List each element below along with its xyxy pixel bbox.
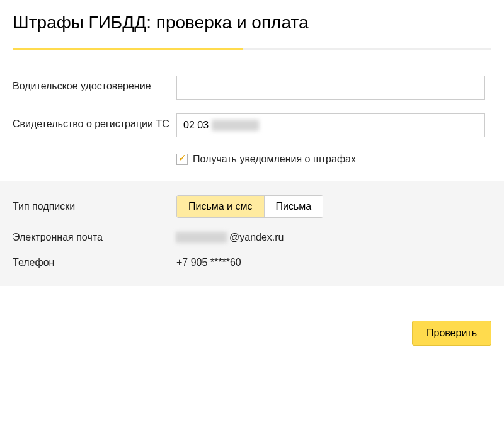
subscription-type-label: Тип подписки (13, 201, 176, 212)
registration-value-visible: 02 03 (183, 120, 209, 131)
subscription-toggle-group: Письма и смс Письма (176, 195, 323, 218)
notify-checkbox-row: ✓ Получать уведомления о штрафах (176, 154, 491, 165)
submit-button[interactable]: Проверить (412, 321, 491, 346)
driver-license-row: Водительское удостоверение (13, 76, 491, 100)
notify-checkbox-label: Получать уведомления о штрафах (193, 154, 356, 165)
footer-bar: Проверить (0, 310, 504, 356)
toggle-letters[interactable]: Письма (264, 196, 323, 217)
phone-value: +7 905 *****60 (176, 257, 491, 268)
email-domain: @yandex.ru (229, 232, 284, 243)
registration-row: Свидетельство о регистрации ТС 02 03 (13, 113, 491, 137)
registration-value-masked (212, 120, 259, 131)
progress-bar (13, 48, 491, 50)
phone-label: Телефон (13, 257, 176, 268)
toggle-letters-sms[interactable]: Письма и смс (177, 196, 264, 217)
email-masked-part (176, 232, 227, 243)
driver-license-label: Водительское удостоверение (13, 76, 176, 93)
page-title: Штрафы ГИБДД: проверка и оплата (13, 13, 491, 33)
registration-label: Свидетельство о регистрации ТС (13, 113, 176, 131)
notify-checkbox[interactable]: ✓ (176, 154, 188, 165)
email-row: Электронная почта @yandex.ru (13, 232, 491, 243)
email-label: Электронная почта (13, 232, 176, 243)
registration-input[interactable]: 02 03 (176, 113, 485, 137)
email-value: @yandex.ru (176, 232, 491, 243)
phone-row: Телефон +7 905 *****60 (13, 257, 491, 268)
driver-license-input[interactable] (176, 76, 485, 100)
progress-fill (13, 48, 243, 50)
subscription-type-row: Тип подписки Письма и смс Письма (13, 195, 491, 218)
check-icon: ✓ (178, 153, 186, 163)
subscription-block: Тип подписки Письма и смс Письма Электро… (0, 181, 504, 286)
